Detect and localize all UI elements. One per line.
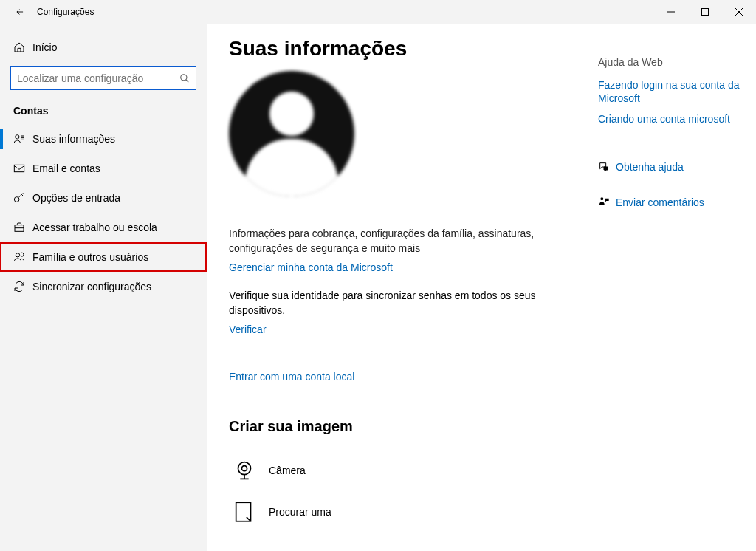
sidebar-item-label: Opções de entrada: [32, 192, 120, 204]
sidebar-item-family[interactable]: Família e outros usuários: [0, 242, 207, 272]
svg-line-5: [186, 80, 189, 83]
titlebar: Configurações: [0, 0, 756, 24]
svg-point-11: [14, 197, 19, 202]
user-avatar: [229, 71, 354, 196]
svg-rect-1: [702, 9, 709, 16]
home-icon: [13, 41, 32, 53]
search-input[interactable]: [17, 72, 179, 84]
home-label: Início: [32, 41, 57, 53]
content-area: Suas informações Informações para cobran…: [207, 24, 756, 551]
verify-link[interactable]: Verificar: [229, 324, 267, 335]
search-icon: [179, 73, 190, 83]
folder-icon: [229, 496, 260, 527]
sidebar-group-title: Contas: [0, 100, 207, 124]
camera-label: Câmera: [269, 465, 306, 476]
maximize-button[interactable]: [688, 0, 722, 24]
local-account-link[interactable]: Entrar com uma conta local: [229, 371, 354, 383]
minimize-button[interactable]: [654, 0, 688, 24]
chat-icon: [598, 161, 616, 173]
home-button[interactable]: Início: [0, 32, 207, 62]
help-link-signin[interactable]: Fazendo login na sua conta da Microsoft: [598, 78, 756, 105]
sidebar-item-label: Acessar trabalho ou escola: [32, 222, 157, 233]
sidebar-item-email[interactable]: Email e contas: [0, 154, 207, 183]
svg-point-6: [16, 135, 19, 139]
search-wrap: [0, 62, 207, 100]
briefcase-icon: [13, 222, 32, 233]
create-image-title: Criar sua imagem: [229, 418, 583, 435]
get-help-label: Obtenha ajuda: [616, 161, 684, 173]
sidebar-item-your-info[interactable]: Suas informações: [0, 124, 207, 154]
window-controls: [654, 0, 756, 24]
sidebar-item-signin-options[interactable]: Opções de entrada: [0, 183, 207, 213]
people-icon: [13, 251, 32, 263]
back-button[interactable]: [9, 7, 31, 17]
feedback-label: Enviar comentários: [616, 196, 704, 208]
get-help-row[interactable]: Obtenha ajuda: [598, 161, 756, 173]
sidebar-item-sync[interactable]: Sincronizar configurações: [0, 272, 207, 301]
help-heading: Ajuda da Web: [598, 56, 756, 68]
verify-paragraph: Verifique sua identidade para sincroniza…: [229, 288, 583, 318]
search-box[interactable]: [10, 66, 196, 90]
sidebar-item-work-school[interactable]: Acessar trabalho ou escola: [0, 213, 207, 242]
svg-point-15: [241, 466, 247, 471]
sidebar-item-label: Sincronizar configurações: [32, 281, 151, 292]
info-paragraph: Informações para cobrança, configurações…: [229, 226, 583, 256]
mail-icon: [13, 162, 32, 174]
close-button[interactable]: [722, 0, 756, 24]
camera-icon: [229, 455, 260, 486]
sidebar-item-label: Suas informações: [32, 133, 115, 145]
sidebar-item-label: Email e contas: [32, 162, 100, 174]
sidebar: Início Contas Suas informações Email e c…: [0, 24, 207, 551]
svg-point-14: [238, 462, 251, 475]
help-column: Ajuda da Web Fazendo login na sua conta …: [598, 56, 756, 216]
camera-option[interactable]: Câmera: [229, 450, 583, 491]
browse-option[interactable]: Procurar uma: [229, 491, 583, 533]
person-card-icon: [13, 133, 32, 145]
feedback-row[interactable]: Enviar comentários: [598, 196, 756, 208]
browse-label: Procurar uma: [269, 506, 331, 518]
main-body: Início Contas Suas informações Email e c…: [0, 24, 756, 551]
verify-block: Verifique sua identidade para sincroniza…: [229, 288, 583, 335]
feedback-icon: [598, 196, 616, 208]
sidebar-item-label: Família e outros usuários: [32, 251, 148, 263]
main-column: Suas informações Informações para cobran…: [229, 37, 583, 551]
svg-point-4: [181, 75, 187, 81]
page-title: Suas informações: [229, 37, 583, 61]
svg-point-13: [16, 253, 19, 257]
window-title: Configurações: [37, 7, 94, 17]
svg-point-17: [600, 197, 603, 200]
key-icon: [13, 192, 32, 204]
svg-rect-10: [14, 165, 24, 171]
manage-account-link[interactable]: Gerenciar minha conta da Microsoft: [229, 261, 393, 273]
help-link-create[interactable]: Criando uma conta microsoft: [598, 112, 756, 126]
sync-icon: [13, 281, 32, 292]
